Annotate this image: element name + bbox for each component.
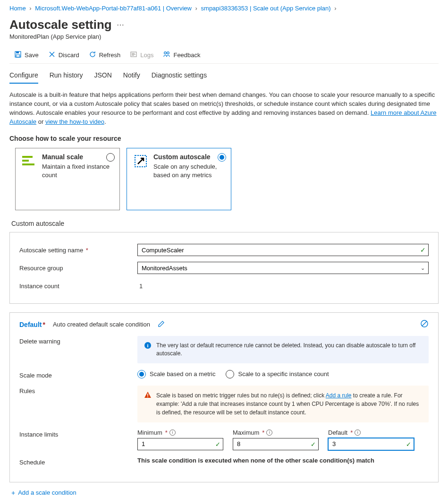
manual-scale-title: Manual scale [42,153,114,161]
tab-bar: Configure Run history JSON Notify Diagno… [9,69,439,84]
svg-text:i: i [147,343,148,348]
add-scale-condition-button[interactable]: + Add a scale condition [11,489,439,497]
condition-subtitle: Auto created default scale condition [53,321,150,328]
discard-button[interactable]: Discard [43,47,84,63]
radio-icon [226,370,234,378]
manual-scale-card[interactable]: Manual scale Maintain a fixed instance c… [15,148,120,210]
schedule-label: Schedule [19,457,137,466]
svg-rect-20 [147,396,148,397]
manual-scale-icon [21,153,37,169]
instance-count-value: 1 [137,283,143,290]
maximum-input[interactable] [233,438,319,450]
autoscale-settings-box: Autoscale setting name * ✓ Resource grou… [9,232,439,304]
scale-mode-metric-label: Scale based on a metric [150,370,215,378]
svg-rect-11 [22,156,33,158]
scale-mode-specific-radio[interactable]: Scale to a specific instance count [226,370,329,378]
disable-icon[interactable] [420,319,429,329]
feedback-button[interactable]: Feedback [158,47,205,63]
edit-icon[interactable] [158,320,165,329]
custom-autoscale-title: Custom autoscale [153,153,225,161]
discard-label: Discard [59,52,79,59]
delete-warning-banner: i The very last or default recurrence ru… [137,336,429,363]
save-label: Save [25,52,39,59]
svg-line-16 [422,321,427,326]
page-subtitle: MonitoredPlan (App Service plan) [9,33,439,40]
setting-name-input[interactable] [137,244,429,256]
maximum-label: Maximum * i [233,429,319,436]
tab-run-history[interactable]: Run history [50,69,83,84]
feedback-label: Feedback [173,52,200,59]
scale-option-cards: Manual scale Maintain a fixed instance c… [15,148,439,210]
default-condition-box: Default* Auto created default scale cond… [9,312,439,482]
instance-limits-label: Instance limits [19,429,137,438]
add-rule-link[interactable]: Add a rule [326,392,352,399]
chevron-right-icon: › [334,5,336,12]
info-icon: i [144,342,152,349]
minimum-input[interactable] [137,438,223,450]
feedback-icon [163,51,170,60]
instance-count-label: Instance count [19,283,137,290]
resource-group-label: Resource group [19,265,137,272]
svg-point-10 [167,52,169,54]
svg-point-9 [164,52,167,54]
tab-configure[interactable]: Configure [9,69,38,84]
default-input[interactable] [328,438,414,450]
custom-autoscale-icon [133,153,149,169]
custom-autoscale-card[interactable]: Custom autoscale Scale on any schedule, … [127,148,231,210]
minimum-label: Minimum * i [137,429,223,436]
svg-rect-2 [16,55,20,57]
radio-icon [137,370,146,378]
resource-group-select[interactable] [137,262,429,274]
rules-label: Rules [19,386,137,395]
choose-scale-label: Choose how to scale your resource [9,135,439,142]
page-title: Autoscale setting [9,17,112,32]
schedule-text: This scale condition is executed when no… [137,457,429,464]
scale-mode-label: Scale mode [19,370,137,379]
condition-name: Default* [19,321,45,328]
info-icon[interactable]: i [169,429,176,436]
default-label: Default * i [328,429,414,436]
tab-notify[interactable]: Notify [123,69,140,84]
add-scale-condition-label: Add a scale condition [18,489,76,496]
svg-rect-19 [147,394,148,396]
howto-video-link[interactable]: view the how-to video [45,118,104,125]
intro-text: Autoscale is a built-in feature that hel… [9,91,439,126]
plus-icon: + [11,489,15,497]
custom-autoscale-desc: Scale on any schedule, based on any metr… [153,163,225,179]
delete-warning-text: The very last or default recurrence rule… [156,342,422,358]
rules-warning-banner: Scale is based on metric trigger rules b… [137,386,429,422]
scale-mode-metric-radio[interactable]: Scale based on a metric [137,370,215,378]
logs-label: Logs [140,52,153,59]
refresh-label: Refresh [99,52,121,59]
refresh-button[interactable]: Refresh [84,47,126,63]
setting-name-label: Autoscale setting name * [19,247,137,254]
tab-json[interactable]: JSON [94,69,112,84]
close-icon [48,51,56,60]
svg-rect-13 [22,163,34,165]
custom-autoscale-section-title: Custom autoscale [11,220,439,227]
breadcrumb-item-overview[interactable]: Microsoft.Web-WebApp-Portal-bb77af81-a06… [35,5,192,12]
refresh-icon [89,51,96,60]
scale-mode-specific-label: Scale to a specific instance count [238,370,329,378]
chevron-right-icon: › [29,5,31,12]
logs-button: Logs [125,47,158,63]
save-icon [14,51,22,60]
tab-diagnostic-settings[interactable]: Diagnostic settings [152,69,207,84]
svg-rect-12 [22,160,29,162]
info-icon[interactable]: i [266,429,272,436]
breadcrumb: Home › Microsoft.Web-WebApp-Portal-bb77a… [9,0,439,16]
delete-warning-label: Delete warning [19,336,137,345]
svg-rect-1 [16,52,19,53]
more-actions-button[interactable]: ⋯ [117,20,124,29]
command-bar: Save Discard Refresh Logs Feedback [9,47,439,64]
breadcrumb-home[interactable]: Home [9,5,26,12]
info-icon[interactable]: i [355,429,361,436]
chevron-right-icon: › [195,5,197,12]
logs-icon [130,51,137,60]
breadcrumb-item-scaleout[interactable]: smpapi38336353 | Scale out (App Service … [201,5,331,12]
save-button[interactable]: Save [9,47,43,63]
manual-scale-desc: Maintain a fixed instance count [42,163,114,179]
warning-icon [144,391,152,417]
